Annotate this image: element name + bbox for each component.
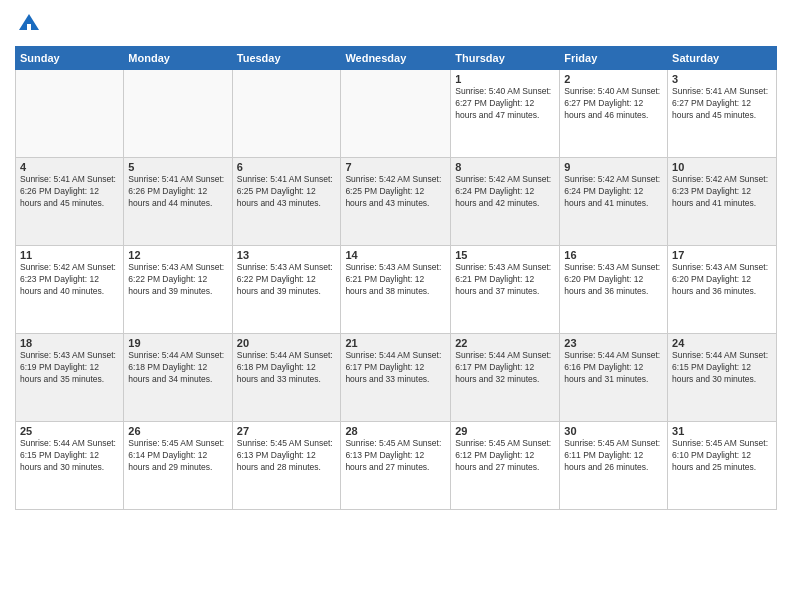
- calendar-cell: 3Sunrise: 5:41 AM Sunset: 6:27 PM Daylig…: [668, 70, 777, 158]
- calendar-cell: 14Sunrise: 5:43 AM Sunset: 6:21 PM Dayli…: [341, 246, 451, 334]
- calendar-cell: 22Sunrise: 5:44 AM Sunset: 6:17 PM Dayli…: [451, 334, 560, 422]
- day-info: Sunrise: 5:42 AM Sunset: 6:25 PM Dayligh…: [345, 174, 446, 210]
- calendar-cell: 8Sunrise: 5:42 AM Sunset: 6:24 PM Daylig…: [451, 158, 560, 246]
- calendar-week-2: 4Sunrise: 5:41 AM Sunset: 6:26 PM Daylig…: [16, 158, 777, 246]
- calendar-cell: 9Sunrise: 5:42 AM Sunset: 6:24 PM Daylig…: [560, 158, 668, 246]
- day-info: Sunrise: 5:44 AM Sunset: 6:15 PM Dayligh…: [672, 350, 772, 386]
- calendar-cell: 6Sunrise: 5:41 AM Sunset: 6:25 PM Daylig…: [232, 158, 341, 246]
- day-info: Sunrise: 5:42 AM Sunset: 6:24 PM Dayligh…: [564, 174, 663, 210]
- calendar-week-1: 1Sunrise: 5:40 AM Sunset: 6:27 PM Daylig…: [16, 70, 777, 158]
- day-number: 26: [128, 425, 227, 437]
- calendar-cell: 12Sunrise: 5:43 AM Sunset: 6:22 PM Dayli…: [124, 246, 232, 334]
- day-number: 24: [672, 337, 772, 349]
- calendar-header-sunday: Sunday: [16, 47, 124, 70]
- day-number: 7: [345, 161, 446, 173]
- day-info: Sunrise: 5:45 AM Sunset: 6:11 PM Dayligh…: [564, 438, 663, 474]
- day-number: 9: [564, 161, 663, 173]
- day-info: Sunrise: 5:40 AM Sunset: 6:27 PM Dayligh…: [564, 86, 663, 122]
- day-info: Sunrise: 5:41 AM Sunset: 6:26 PM Dayligh…: [128, 174, 227, 210]
- calendar-cell: 7Sunrise: 5:42 AM Sunset: 6:25 PM Daylig…: [341, 158, 451, 246]
- calendar-cell: 19Sunrise: 5:44 AM Sunset: 6:18 PM Dayli…: [124, 334, 232, 422]
- day-info: Sunrise: 5:41 AM Sunset: 6:26 PM Dayligh…: [20, 174, 119, 210]
- calendar-cell: 30Sunrise: 5:45 AM Sunset: 6:11 PM Dayli…: [560, 422, 668, 510]
- calendar-cell: 23Sunrise: 5:44 AM Sunset: 6:16 PM Dayli…: [560, 334, 668, 422]
- day-number: 11: [20, 249, 119, 261]
- day-info: Sunrise: 5:44 AM Sunset: 6:17 PM Dayligh…: [455, 350, 555, 386]
- day-number: 15: [455, 249, 555, 261]
- calendar-cell: 24Sunrise: 5:44 AM Sunset: 6:15 PM Dayli…: [668, 334, 777, 422]
- calendar-cell: 15Sunrise: 5:43 AM Sunset: 6:21 PM Dayli…: [451, 246, 560, 334]
- day-info: Sunrise: 5:42 AM Sunset: 6:23 PM Dayligh…: [20, 262, 119, 298]
- calendar-cell: 28Sunrise: 5:45 AM Sunset: 6:13 PM Dayli…: [341, 422, 451, 510]
- day-number: 17: [672, 249, 772, 261]
- day-info: Sunrise: 5:45 AM Sunset: 6:14 PM Dayligh…: [128, 438, 227, 474]
- calendar-week-5: 25Sunrise: 5:44 AM Sunset: 6:15 PM Dayli…: [16, 422, 777, 510]
- calendar-cell: 5Sunrise: 5:41 AM Sunset: 6:26 PM Daylig…: [124, 158, 232, 246]
- day-info: Sunrise: 5:43 AM Sunset: 6:20 PM Dayligh…: [672, 262, 772, 298]
- calendar-cell: [16, 70, 124, 158]
- day-number: 3: [672, 73, 772, 85]
- calendar-cell: 31Sunrise: 5:45 AM Sunset: 6:10 PM Dayli…: [668, 422, 777, 510]
- day-info: Sunrise: 5:43 AM Sunset: 6:22 PM Dayligh…: [237, 262, 337, 298]
- calendar-cell: [124, 70, 232, 158]
- day-info: Sunrise: 5:44 AM Sunset: 6:16 PM Dayligh…: [564, 350, 663, 386]
- day-number: 1: [455, 73, 555, 85]
- day-number: 31: [672, 425, 772, 437]
- calendar-cell: 26Sunrise: 5:45 AM Sunset: 6:14 PM Dayli…: [124, 422, 232, 510]
- day-info: Sunrise: 5:45 AM Sunset: 6:13 PM Dayligh…: [237, 438, 337, 474]
- day-number: 23: [564, 337, 663, 349]
- calendar-cell: 25Sunrise: 5:44 AM Sunset: 6:15 PM Dayli…: [16, 422, 124, 510]
- day-number: 5: [128, 161, 227, 173]
- calendar-cell: 10Sunrise: 5:42 AM Sunset: 6:23 PM Dayli…: [668, 158, 777, 246]
- day-info: Sunrise: 5:45 AM Sunset: 6:10 PM Dayligh…: [672, 438, 772, 474]
- page-container: SundayMondayTuesdayWednesdayThursdayFrid…: [0, 0, 792, 612]
- day-info: Sunrise: 5:43 AM Sunset: 6:20 PM Dayligh…: [564, 262, 663, 298]
- logo: [15, 10, 47, 38]
- day-number: 8: [455, 161, 555, 173]
- day-number: 2: [564, 73, 663, 85]
- day-number: 18: [20, 337, 119, 349]
- day-info: Sunrise: 5:41 AM Sunset: 6:25 PM Dayligh…: [237, 174, 337, 210]
- svg-rect-1: [27, 24, 31, 32]
- calendar-cell: 4Sunrise: 5:41 AM Sunset: 6:26 PM Daylig…: [16, 158, 124, 246]
- day-info: Sunrise: 5:43 AM Sunset: 6:21 PM Dayligh…: [345, 262, 446, 298]
- calendar-header-tuesday: Tuesday: [232, 47, 341, 70]
- day-info: Sunrise: 5:45 AM Sunset: 6:12 PM Dayligh…: [455, 438, 555, 474]
- calendar-table: SundayMondayTuesdayWednesdayThursdayFrid…: [15, 46, 777, 510]
- calendar-cell: 16Sunrise: 5:43 AM Sunset: 6:20 PM Dayli…: [560, 246, 668, 334]
- day-number: 6: [237, 161, 337, 173]
- calendar-week-4: 18Sunrise: 5:43 AM Sunset: 6:19 PM Dayli…: [16, 334, 777, 422]
- day-number: 25: [20, 425, 119, 437]
- calendar-cell: 29Sunrise: 5:45 AM Sunset: 6:12 PM Dayli…: [451, 422, 560, 510]
- calendar-cell: 11Sunrise: 5:42 AM Sunset: 6:23 PM Dayli…: [16, 246, 124, 334]
- day-info: Sunrise: 5:43 AM Sunset: 6:21 PM Dayligh…: [455, 262, 555, 298]
- day-number: 20: [237, 337, 337, 349]
- calendar-header-wednesday: Wednesday: [341, 47, 451, 70]
- day-info: Sunrise: 5:42 AM Sunset: 6:23 PM Dayligh…: [672, 174, 772, 210]
- day-info: Sunrise: 5:42 AM Sunset: 6:24 PM Dayligh…: [455, 174, 555, 210]
- calendar-cell: 1Sunrise: 5:40 AM Sunset: 6:27 PM Daylig…: [451, 70, 560, 158]
- calendar-cell: 2Sunrise: 5:40 AM Sunset: 6:27 PM Daylig…: [560, 70, 668, 158]
- day-number: 21: [345, 337, 446, 349]
- calendar-cell: 21Sunrise: 5:44 AM Sunset: 6:17 PM Dayli…: [341, 334, 451, 422]
- calendar-cell: 13Sunrise: 5:43 AM Sunset: 6:22 PM Dayli…: [232, 246, 341, 334]
- day-info: Sunrise: 5:41 AM Sunset: 6:27 PM Dayligh…: [672, 86, 772, 122]
- day-info: Sunrise: 5:40 AM Sunset: 6:27 PM Dayligh…: [455, 86, 555, 122]
- day-number: 27: [237, 425, 337, 437]
- logo-icon: [15, 10, 43, 38]
- day-info: Sunrise: 5:43 AM Sunset: 6:19 PM Dayligh…: [20, 350, 119, 386]
- calendar-cell: [232, 70, 341, 158]
- calendar-cell: [341, 70, 451, 158]
- header: [15, 10, 777, 38]
- day-number: 14: [345, 249, 446, 261]
- calendar-week-3: 11Sunrise: 5:42 AM Sunset: 6:23 PM Dayli…: [16, 246, 777, 334]
- calendar-cell: 17Sunrise: 5:43 AM Sunset: 6:20 PM Dayli…: [668, 246, 777, 334]
- calendar-header-thursday: Thursday: [451, 47, 560, 70]
- day-number: 10: [672, 161, 772, 173]
- day-info: Sunrise: 5:44 AM Sunset: 6:17 PM Dayligh…: [345, 350, 446, 386]
- day-number: 30: [564, 425, 663, 437]
- calendar-cell: 27Sunrise: 5:45 AM Sunset: 6:13 PM Dayli…: [232, 422, 341, 510]
- day-number: 13: [237, 249, 337, 261]
- calendar-cell: 18Sunrise: 5:43 AM Sunset: 6:19 PM Dayli…: [16, 334, 124, 422]
- day-info: Sunrise: 5:44 AM Sunset: 6:18 PM Dayligh…: [237, 350, 337, 386]
